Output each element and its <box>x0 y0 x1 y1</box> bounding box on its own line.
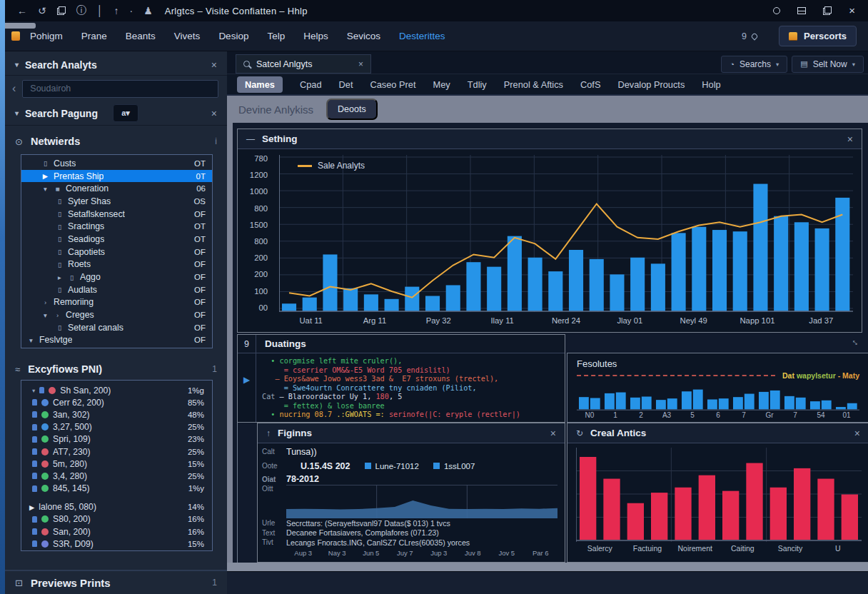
breakpoint-icon[interactable]: ▶ <box>243 375 250 422</box>
flow-item-7[interactable]: 3,4, 280)25% <box>21 470 212 482</box>
chevron-right-icon: › <box>54 311 61 319</box>
close-icon[interactable]: × <box>854 428 860 439</box>
dot-icon <box>41 515 49 523</box>
flow-item-1[interactable]: Cerr 62, 200)85% <box>21 396 212 408</box>
menu-item-0[interactable]: Pohigm <box>30 31 63 41</box>
search-tab[interactable]: Satcel Anlgyts × <box>236 54 371 74</box>
flow-item-0[interactable]: ▾Sh San, 200)1%g <box>21 384 212 396</box>
flow-item-8[interactable]: 845, 145)1%y <box>21 483 212 495</box>
tab-1[interactable]: Cpad <box>300 79 322 90</box>
tree-item-11[interactable]: ›RemoriingOF <box>21 296 212 309</box>
history-icon[interactable]: ↺ <box>38 5 46 16</box>
menu-item-5[interactable]: Telp <box>267 31 285 41</box>
menu-item-4[interactable]: Desiop <box>218 31 248 41</box>
tab-3[interactable]: Caseo Pret <box>370 79 416 90</box>
sidebar-search-input[interactable] <box>22 80 218 98</box>
chevron-left-icon[interactable]: ‹ <box>12 82 16 95</box>
close-icon[interactable]: × <box>550 428 556 439</box>
duatings-code[interactable]: • corgmise left mite cruler(), = cserrie… <box>256 353 565 422</box>
tab-6[interactable]: Prenol & Aftics <box>504 79 563 90</box>
close-icon[interactable]: × <box>211 108 217 119</box>
tree-item-8[interactable]: ▯RoetsOF <box>21 258 212 271</box>
perscorts-button[interactable]: Perscorts <box>779 26 857 46</box>
tab-8[interactable]: Devalop Proucts <box>617 79 685 90</box>
flow-item-2[interactable]: 3an, 302)48% <box>21 408 212 421</box>
tree-item-label: Seadiogs <box>68 234 104 244</box>
fesolutes-tick-4: 5 <box>680 411 705 419</box>
menu-item-6[interactable]: Helps <box>303 31 328 41</box>
flow-item-10[interactable]: S80, 200)16% <box>21 513 212 525</box>
tab-0[interactable]: Names <box>237 76 283 93</box>
restore-icon[interactable] <box>797 7 806 14</box>
flow-item-11[interactable]: San, 200)16% <box>21 525 212 538</box>
menu-item-8[interactable]: Desterittes <box>399 31 445 41</box>
caret-down-icon: ▾ <box>32 387 35 394</box>
legend-swatch <box>365 463 371 469</box>
close-icon[interactable]: × <box>847 134 853 145</box>
tree-item-3[interactable]: ▯Syter ShasOS <box>21 195 212 208</box>
minimize-icon[interactable] <box>773 7 780 14</box>
close-icon[interactable]: × <box>849 7 855 14</box>
close-icon[interactable]: × <box>211 59 217 71</box>
flow-item-12[interactable]: S3R, D09)15% <box>21 538 212 550</box>
tree-item-value: OF <box>194 336 206 344</box>
flow-item-3[interactable]: 3,27, 500)25% <box>21 421 212 433</box>
selt-now-label: Selt Now <box>813 59 847 69</box>
tree-item-10[interactable]: ▯AudlatsOF <box>21 283 212 296</box>
tree-item-6[interactable]: ▯SeadiogsOT <box>21 233 212 246</box>
menu-item-2[interactable]: Beants <box>126 31 156 41</box>
flow-item-5[interactable]: AT7, 230)25% <box>21 446 212 458</box>
creal-header: ↻ Creal Antics × <box>567 423 868 443</box>
menu-item-1[interactable]: Prane <box>81 31 107 41</box>
tree-item-12[interactable]: ▾›CregesOF <box>21 308 212 321</box>
networks-header[interactable]: ⊙ Netwierds i <box>5 130 227 153</box>
sub-toolbar: Devine Anlykiss Deoots <box>227 96 868 123</box>
search-analytics-header[interactable]: ▾ Search Analyts × <box>5 54 227 76</box>
close-icon[interactable]: × <box>358 59 363 69</box>
flow-item-4[interactable]: Spri, 109)23% <box>21 433 212 446</box>
expand-icon[interactable]: ↔ <box>849 335 864 349</box>
duplicate-icon[interactable] <box>823 6 832 15</box>
dashboard-content: — Sething × 7801200100080015008002002001… <box>227 123 868 563</box>
selt-now-button[interactable]: ▤ Selt Now ▾ <box>792 56 864 73</box>
menu-item-7[interactable]: Sevicos <box>347 31 380 41</box>
back-icon[interactable]: ← <box>17 5 27 16</box>
previews-prints-header[interactable]: ⊡ Previews Prints 1 <box>5 570 227 594</box>
deoots-button[interactable]: Deoots <box>326 99 378 120</box>
tree-item-2[interactable]: ▾■Coneration06 <box>21 182 212 195</box>
flow-item-6[interactable]: 5m, 280)15% <box>21 458 212 470</box>
tab-9[interactable]: Holp <box>702 79 720 90</box>
tree-item-0[interactable]: ▯CustsOT <box>21 157 212 170</box>
doc-icon: ▯ <box>56 286 64 293</box>
tree-item-value: OF <box>194 248 206 256</box>
info-icon[interactable]: ⓘ <box>76 4 86 17</box>
flow-item-9[interactable]: ▶lalone 85, 080)14% <box>21 501 212 513</box>
tree-item-14[interactable]: ▾FeslvtgeOF <box>21 334 212 347</box>
searchs-button[interactable]: ◔ Searchs ▾ <box>721 56 787 73</box>
row-label: Tivt <box>262 538 286 546</box>
tree-item-5[interactable]: ▯SractingsOT <box>21 220 212 233</box>
dot-icon <box>49 387 56 394</box>
sort-button[interactable]: a▾ <box>113 104 138 122</box>
pin-group[interactable]: 9 <box>742 31 757 41</box>
tab-4[interactable]: Mey <box>433 79 450 90</box>
x-tick-8: Jad 37 <box>789 316 853 328</box>
creal-xlabels: SalercyFactuingNoirementCaitingSancityU <box>576 542 862 555</box>
tree-item-label: Feslvtge <box>39 335 72 345</box>
menu-item-3[interactable]: Vivets <box>174 31 201 41</box>
flows-header[interactable]: ≈ Excyfiows PNI) 1 <box>5 358 227 380</box>
tree-item-9[interactable]: ▸▯AggoOF <box>21 271 212 283</box>
copy-icon[interactable] <box>57 6 66 15</box>
up-arrow-icon[interactable]: ↑ <box>113 5 118 16</box>
tree-item-4[interactable]: ▯SetaflskensectOF <box>21 208 212 221</box>
tab-5[interactable]: Tdliy <box>468 79 487 90</box>
fesolutes-tick-2: 2 <box>628 411 654 419</box>
tree-item-1[interactable]: ▶Prentas Ship0T <box>21 170 212 183</box>
tree-item-label: Coneration <box>66 183 108 193</box>
search-pagung-header[interactable]: ▾ Search Pagung a▾ × <box>5 101 227 126</box>
fesolutes-tick-7: Gr <box>757 411 782 419</box>
tree-item-13[interactable]: ▯Seteral canalsOF <box>21 321 212 334</box>
tree-item-7[interactable]: ▯CapotietsOF <box>21 246 212 258</box>
tab-2[interactable]: Det <box>339 79 353 90</box>
tab-7[interactable]: CofS <box>580 79 600 90</box>
